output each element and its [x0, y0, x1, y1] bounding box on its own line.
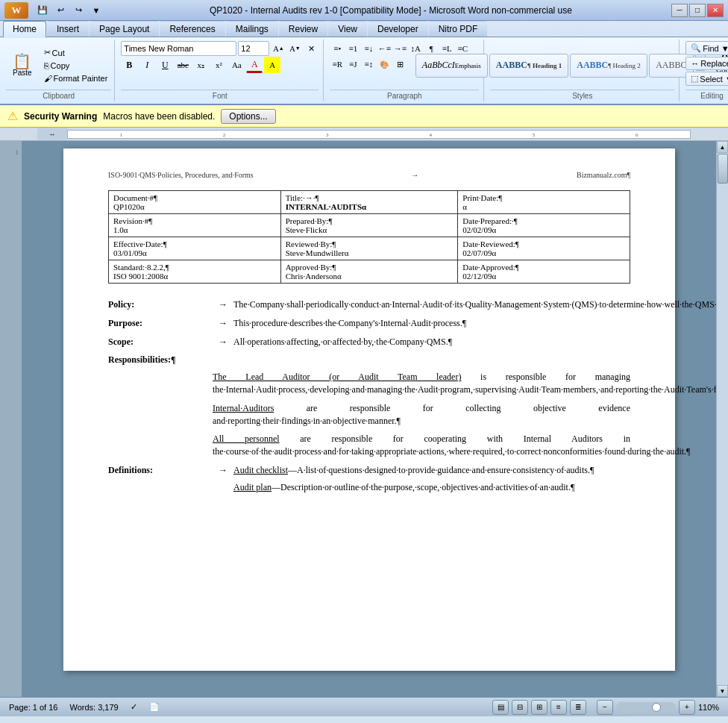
view-print-button[interactable]: ▤: [492, 700, 509, 715]
replace-button[interactable]: ↔ Replace: [685, 57, 728, 70]
numbered-list-button[interactable]: ≡1: [345, 41, 360, 56]
audit-plan-term: Audit plan: [233, 482, 272, 492]
purpose-text: This·procedure·describes·the·Company's·I…: [233, 317, 630, 330]
document-scroll-area[interactable]: ISO-9001·QMS·Policies, Procedures, and·F…: [22, 141, 716, 697]
style-heading1[interactable]: AABBC ¶ Heading 1: [489, 54, 568, 78]
find-icon: 🔍: [691, 43, 701, 53]
view-web-layout-button[interactable]: ⊞: [531, 700, 547, 715]
maximize-button[interactable]: □: [689, 4, 706, 17]
table-cell: Reviewed·By:¶ Steve·Mundwillerα: [280, 237, 458, 260]
decrease-indent-button[interactable]: ←≡: [377, 41, 392, 56]
internal-auditors-detail: are responsible for collecting objective…: [213, 403, 630, 426]
justify-button[interactable]: ≡J: [345, 57, 360, 72]
scroll-thumb[interactable]: [718, 154, 728, 184]
table-cell: Title:·→·¶ INTERNAL·AUDITSα: [280, 191, 458, 214]
tab-home[interactable]: Home: [3, 21, 46, 38]
responsibility-bullet-1: The Lead Auditor (or Audit Team leader) …: [213, 371, 630, 396]
table-cell: Date·Prepared:·¶ 02/02/09α: [458, 214, 630, 237]
close-button[interactable]: ✕: [707, 4, 724, 17]
qat-save[interactable]: 💾: [34, 3, 51, 18]
zoom-in-button[interactable]: +: [679, 700, 695, 715]
qat-customize[interactable]: ▼: [88, 3, 104, 18]
copy-button[interactable]: ⎘ Copy: [40, 60, 112, 72]
cell-label: Print·Date:¶: [462, 193, 625, 202]
select-button[interactable]: ⬚ Select ▼: [685, 72, 728, 86]
tab-references[interactable]: References: [160, 21, 225, 37]
tab-nitropdf[interactable]: Nitro PDF: [429, 21, 488, 37]
internal-auditors-text: Internal·Auditors: [213, 403, 274, 413]
font-grow-button[interactable]: A▲: [271, 41, 286, 56]
increase-indent-button[interactable]: →≡: [392, 41, 407, 56]
font-row-1: A▲ A▼ ✕: [121, 41, 318, 56]
tab-insert[interactable]: Insert: [47, 21, 89, 37]
purpose-label: Purpose:: [108, 317, 213, 330]
cell-value: 02/12/09α: [462, 272, 625, 281]
security-warning-label: Security Warning: [24, 111, 97, 122]
zoom-out-button[interactable]: −: [597, 700, 613, 715]
view-outline-button[interactable]: ≡: [550, 700, 567, 715]
zoom-thumb: [652, 703, 661, 712]
security-message: Macros have been disabled.: [103, 111, 215, 122]
table-row: Effective·Date:¶ 03/01/09α Reviewed·By:¶…: [109, 237, 630, 260]
underline-button[interactable]: U: [157, 57, 173, 73]
tab-page-layout[interactable]: Page Layout: [90, 21, 159, 37]
audit-plan-def: —Description·or·outline·of·the·purpose,·…: [272, 482, 574, 492]
font-row-2: B I U abc x₂ x² Aa A A: [121, 57, 280, 73]
zoom-slider[interactable]: [616, 702, 676, 713]
style-heading2[interactable]: AABBC ¶ Heading 2: [570, 54, 647, 78]
font-shrink-button[interactable]: A▼: [287, 41, 302, 56]
paste-label: Paste: [13, 69, 32, 77]
scroll-up-button[interactable]: ▲: [717, 141, 728, 153]
italic-button[interactable]: I: [139, 57, 155, 73]
cell-label: Effective·Date:¶: [113, 240, 276, 248]
change-case-button[interactable]: Aa: [228, 57, 245, 73]
font-size-combo[interactable]: [238, 41, 269, 56]
clipboard-group-label: Clipboard: [6, 90, 111, 100]
view-draft-button[interactable]: ≣: [570, 700, 586, 715]
scroll-down-button[interactable]: ▼: [717, 685, 728, 697]
minimize-button[interactable]: ─: [671, 4, 688, 17]
superscript-button[interactable]: x²: [210, 57, 227, 73]
status-right-area: ▤ ⊟ ⊞ ≡ ≣ − + 110%: [492, 700, 722, 715]
clear-format-button[interactable]: ✕: [304, 41, 318, 56]
border-button[interactable]: ⊞: [392, 57, 407, 72]
format-painter-button[interactable]: 🖌 Format Painter: [40, 72, 112, 84]
multilevel-list-button[interactable]: ≡↓: [361, 41, 376, 56]
subscript-button[interactable]: x₂: [192, 57, 209, 73]
title-bar: W 💾 ↩ ↪ ▼ QP1020 - Internal Audits rev 1…: [0, 0, 728, 21]
line-spacing-button[interactable]: ≡↕: [361, 57, 376, 72]
cell-value: 02/02/09α: [462, 225, 625, 234]
tab-review[interactable]: Review: [279, 21, 327, 37]
table-row: Document·#¶ QP1020α Title:·→·¶ INTERNAL·…: [109, 191, 630, 214]
scroll-track[interactable]: [717, 153, 728, 685]
view-full-reading-button[interactable]: ⊟: [512, 700, 528, 715]
style-emphasis[interactable]: AaBbCcI Emphasis: [415, 54, 488, 78]
font-color-button[interactable]: A: [246, 57, 263, 73]
qat-redo[interactable]: ↪: [70, 3, 87, 18]
find-button[interactable]: 🔍 Find ▼: [685, 41, 728, 55]
qat-undo[interactable]: ↩: [52, 3, 69, 18]
shading-button[interactable]: 🎨: [377, 57, 392, 72]
strikethrough-button[interactable]: abc: [175, 57, 191, 73]
bullet-list-button[interactable]: ≡•: [330, 41, 345, 56]
definitions-label: Definitions:: [108, 464, 213, 494]
security-icon: ⚠: [7, 109, 18, 123]
style-heading1-label: AABBC: [496, 60, 527, 71]
highlight-color-button[interactable]: A: [264, 57, 280, 73]
tab-developer[interactable]: Developer: [368, 21, 428, 37]
styles-group-label: Styles: [490, 90, 674, 100]
cut-button[interactable]: ✂ Cut: [40, 46, 112, 59]
bold-button[interactable]: B: [121, 57, 137, 73]
audit-checklist-def: —A·list·of·questions·designed·to·provide…: [288, 465, 594, 475]
paste-button[interactable]: 📋 Paste: [6, 42, 39, 90]
purpose-arrow: →: [219, 317, 228, 330]
options-button[interactable]: Options...: [221, 109, 275, 124]
cell-label: Standard:·8.2.2,¶: [113, 263, 276, 272]
align-right-button[interactable]: ≡R: [330, 57, 345, 72]
policy-label: Policy:: [108, 298, 213, 311]
table-cell: Document·#¶ QP1020α: [109, 191, 281, 214]
table-cell: Date·Reviewed:¶ 02/07/09α: [458, 237, 630, 260]
font-name-combo[interactable]: [121, 41, 236, 56]
tab-mailings[interactable]: Mailings: [226, 21, 278, 37]
tab-view[interactable]: View: [328, 21, 367, 37]
